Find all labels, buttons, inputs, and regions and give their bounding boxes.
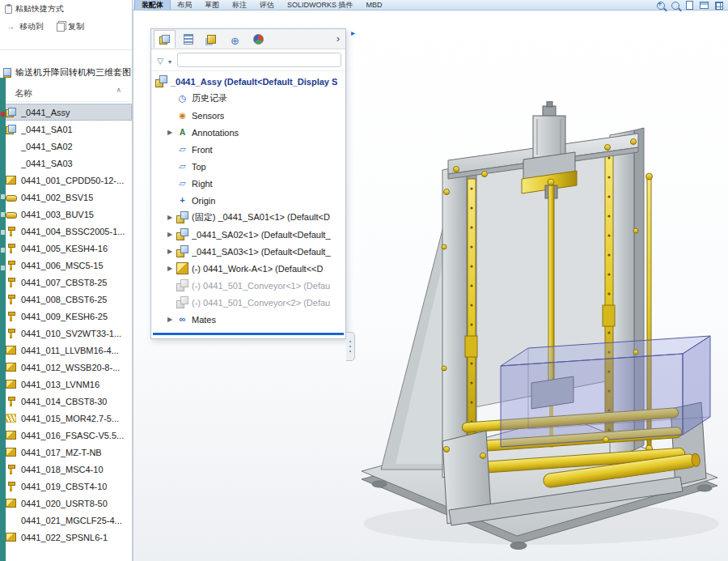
tree-item-label: Mates: [192, 315, 216, 325]
command-tab[interactable]: 布局: [171, 0, 198, 10]
expand-arrow-icon[interactable]: [167, 265, 176, 272]
copy-button[interactable]: 复制: [57, 21, 84, 32]
file-name: 0441_001_CPDD50-12-...: [21, 176, 124, 185]
tree-item[interactable]: (-) 0441_Work-A<1> (Default<<D: [151, 260, 345, 277]
file-row[interactable]: 0441_016_FSASC-V5.5...: [0, 427, 132, 444]
quick-access-toolbar: [657, 1, 723, 10]
file-row[interactable]: 0441_010_SV2WT33-1...: [0, 325, 132, 342]
fastener-file-icon: [6, 465, 16, 474]
file-row[interactable]: 0441_014_CBST8-30: [0, 393, 132, 410]
expand-arrow-icon[interactable]: [167, 316, 176, 323]
file-row[interactable]: 0441_009_KESH6-25: [0, 308, 132, 325]
dock-red-icon[interactable]: [1, 112, 5, 117]
file-name: 0441_017_MZ-T-NB: [21, 448, 102, 457]
file-row[interactable]: 0441_001_CPDD50-12-...: [0, 172, 132, 189]
file-name: _0441_Assy: [21, 108, 70, 117]
expand-arrow-icon[interactable]: [167, 214, 176, 221]
file-name: 0441_002_BSV15: [21, 193, 93, 202]
grid-icon[interactable]: [715, 2, 723, 10]
command-tab[interactable]: 草图: [198, 0, 226, 10]
file-name: 0441_015_MOR42.7-5...: [21, 414, 119, 423]
tree-item[interactable]: _0441_SA02<1> (Default<Default_: [151, 226, 345, 243]
file-row[interactable]: _0441_SA02: [0, 138, 132, 155]
viewport-canvas[interactable]: [349, 101, 726, 559]
file-row[interactable]: 0441_011_LLVBM16-4...: [0, 342, 132, 359]
panel-tab[interactable]: [201, 30, 222, 48]
panel-tab[interactable]: [177, 30, 199, 48]
file-row[interactable]: 0441_002_BSV15: [0, 189, 132, 206]
file-row[interactable]: 0441_012_WSSB20-8-...: [0, 359, 132, 376]
tree-item-label: Sensors: [192, 111, 224, 121]
tree-item[interactable]: Right: [151, 175, 345, 192]
panel-splitter-handle[interactable]: [346, 332, 355, 361]
command-tab[interactable]: 评估: [253, 0, 281, 10]
file-row[interactable]: 0441_003_BUV15: [0, 206, 132, 223]
sheet-icon[interactable]: [686, 1, 693, 10]
display-pane-arrow-icon[interactable]: ▸: [351, 28, 355, 37]
file-row[interactable]: 0441_004_BSSC2005-1...: [0, 223, 132, 240]
filter-input[interactable]: [177, 53, 341, 67]
file-row[interactable]: 0441_018_MSC4-10: [0, 461, 132, 478]
tree-item[interactable]: (-) 0441_501_Conveyor<2> (Defau: [151, 294, 345, 311]
zoom-icon[interactable]: [671, 2, 679, 10]
zoom-in-icon[interactable]: [657, 2, 665, 10]
dock-gray-icon[interactable]: [1, 194, 5, 199]
tree-root-item[interactable]: _0441_Assy (Default<Default_Display S: [151, 73, 345, 90]
expand-arrow-icon[interactable]: [167, 129, 176, 136]
panel-tab[interactable]: [154, 30, 176, 48]
paste-shortcut-button[interactable]: 粘贴快捷方式: [5, 3, 64, 15]
tree-item[interactable]: _0441_SA03<1> (Default<Default_: [151, 243, 345, 260]
model-glass-box[interactable]: [501, 336, 710, 447]
fastener-file-icon: [6, 244, 16, 253]
file-row[interactable]: 0441_013_LVNM16: [0, 376, 132, 393]
panel-tab[interactable]: [224, 30, 246, 48]
command-tab[interactable]: 标注: [226, 0, 253, 10]
file-row[interactable]: _0441_Assy: [0, 104, 132, 121]
file-row[interactable]: 0441_008_CBST6-25: [0, 291, 132, 308]
dock-gray-icon[interactable]: [1, 248, 5, 253]
rollback-bar[interactable]: [153, 333, 344, 335]
file-row[interactable]: _0441_SA01: [0, 121, 132, 138]
file-row[interactable]: 0441_022_SPSNL6-1: [0, 529, 132, 546]
file-row[interactable]: 0441_019_CBST4-10: [0, 478, 132, 495]
tree-item[interactable]: Origin: [151, 192, 345, 209]
tree-item[interactable]: Sensors: [151, 107, 345, 124]
dock-gray-icon[interactable]: [1, 212, 5, 217]
sort-ascending-icon[interactable]: ∧: [116, 86, 121, 94]
tree-item[interactable]: Mates: [151, 311, 345, 328]
move-to-button[interactable]: 移动到: [6, 21, 44, 32]
file-name: 0441_018_MSC4-10: [21, 465, 104, 474]
dock-gray-icon[interactable]: [1, 230, 5, 235]
expand-arrow-icon[interactable]: [167, 231, 176, 238]
file-row[interactable]: 0441_021_MGCLF25-4...: [0, 512, 132, 529]
expand-arrow-icon[interactable]: [167, 248, 176, 255]
tree-item-label: 历史记录: [192, 92, 227, 104]
file-row[interactable]: 0441_006_MSC5-15: [0, 257, 132, 274]
filter-caret-icon[interactable]: [168, 53, 174, 67]
command-tab[interactable]: MBD: [360, 0, 389, 10]
panel-tab[interactable]: [248, 30, 269, 48]
panel-tab-overflow-button[interactable]: [334, 30, 342, 48]
name-column-header[interactable]: 名称: [15, 87, 32, 100]
file-row[interactable]: 0441_015_MOR42.7-5...: [0, 410, 132, 427]
file-row[interactable]: 0441_020_USRT8-50: [0, 495, 132, 512]
list-column-header[interactable]: 名称 ∧: [0, 86, 133, 102]
tree-item[interactable]: (固定) _0441_SA01<1> (Default<D: [151, 209, 345, 226]
file-row[interactable]: _0441_SA03: [0, 155, 132, 172]
command-tab[interactable]: 装配体: [134, 0, 171, 10]
filter-icon[interactable]: [155, 53, 165, 67]
tree-item[interactable]: Top: [151, 158, 345, 175]
tree-item[interactable]: (-) 0441_501_Conveyor<1> (Defau: [151, 277, 345, 294]
tree-item[interactable]: 历史记录: [151, 90, 345, 107]
command-tab[interactable]: SOLIDWORKS 插件: [281, 0, 360, 10]
dock-gray-icon[interactable]: [1, 266, 5, 270]
tree-item[interactable]: Annotations: [151, 124, 345, 141]
model-area[interactable]: [349, 101, 726, 559]
file-row[interactable]: 0441_005_KESH4-16: [0, 240, 132, 257]
file-row[interactable]: 0441_017_MZ-T-NB: [0, 444, 132, 461]
tree-item-label: Top: [192, 162, 206, 172]
file-row[interactable]: 0441_007_CBST8-25: [0, 274, 132, 291]
window-icon[interactable]: [700, 2, 709, 9]
tree-item[interactable]: Front: [151, 141, 345, 158]
fastener-file-icon: [6, 329, 16, 338]
